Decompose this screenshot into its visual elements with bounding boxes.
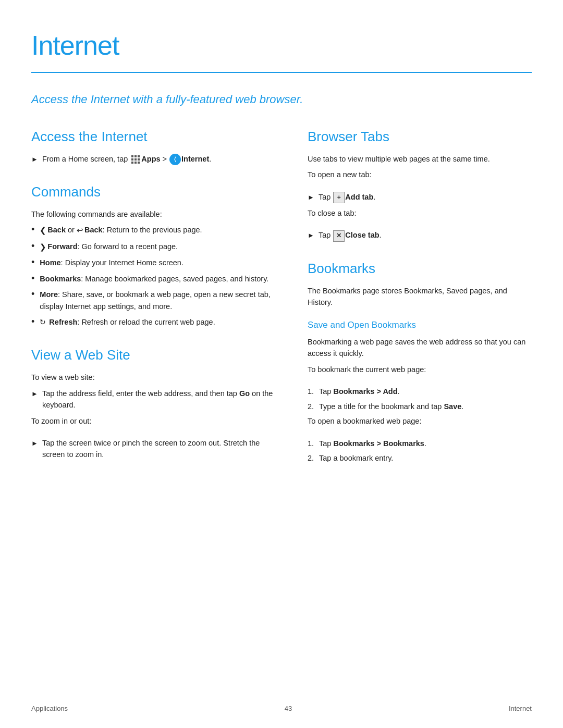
open-bookmark-step-1: 1. Tap Bookmarks > Bookmarks.	[308, 438, 532, 449]
command-more-text: More: Share, save, or bookmark a web pag…	[40, 289, 276, 312]
right-column: Browser Tabs Use tabs to view multiple w…	[308, 127, 532, 481]
step-num-2: 2.	[308, 401, 319, 412]
commands-section: Commands The following commands are avai…	[31, 182, 276, 328]
close-tab-icon: ✕	[333, 230, 345, 242]
command-refresh-text: ↻ Refresh: Refresh or reload the current…	[40, 316, 215, 328]
open-tab-instruction: ► Tap +Add tab.	[308, 191, 532, 203]
close-tab-instruction: ► Tap ✕Close tab.	[308, 229, 532, 241]
apps-icon	[131, 155, 140, 164]
to-zoom-label: To zoom in or out:	[31, 415, 276, 427]
command-more: • More: Share, save, or bookmark a web p…	[31, 289, 276, 312]
back-arrow-icon: ↩	[77, 225, 83, 236]
access-internet-section: Access the Internet ► From a Home screen…	[31, 127, 276, 165]
open-bookmark-label: To open a bookmarked web page:	[308, 415, 532, 427]
svg-rect-4	[134, 158, 137, 161]
step-num-1: 1.	[308, 386, 319, 397]
zoom-text: Tap the screen twice or pinch the screen…	[42, 437, 276, 461]
svg-rect-8	[138, 162, 140, 164]
arrow-icon-2: ►	[31, 389, 38, 399]
browser-tabs-section: Browser Tabs Use tabs to view multiple w…	[308, 127, 532, 242]
svg-rect-2	[138, 155, 140, 157]
svg-rect-1	[134, 155, 137, 157]
svg-rect-3	[131, 158, 133, 161]
save-open-intro: Bookmarking a web page saves the web add…	[308, 336, 532, 360]
page-title: Internet	[31, 25, 532, 66]
apps-label: Apps	[141, 155, 160, 163]
save-open-title: Save and Open Bookmarks	[308, 318, 532, 332]
footer-right: Internet	[509, 704, 532, 714]
command-bookmarks: • Bookmarks: Manage bookmarked pages, sa…	[31, 273, 276, 285]
forward-chevron-icon: ❯	[40, 241, 46, 253]
access-internet-title: Access the Internet	[31, 127, 276, 147]
bookmark-step-1-text: Tap Bookmarks > Add.	[319, 386, 400, 397]
arrow-icon-4: ►	[308, 192, 314, 203]
to-view-label: To view a web site:	[31, 372, 276, 383]
two-column-layout: Access the Internet ► From a Home screen…	[31, 127, 532, 481]
blue-divider	[31, 72, 532, 73]
commands-intro: The following commands are available:	[31, 208, 276, 220]
svg-rect-7	[134, 162, 137, 164]
bullet-icon-2: •	[31, 241, 34, 252]
page-footer: Applications 43 Internet	[0, 704, 563, 714]
bookmarks-section: Bookmarks The Bookmarks page stores Book…	[308, 258, 532, 464]
open-step-num-1: 1.	[308, 438, 319, 449]
bookmark-step-2: 2. Type a title for the bookmark and tap…	[308, 401, 532, 412]
view-web-text: Tap the address field, enter the web add…	[42, 388, 276, 411]
command-forward-text: ❯Forward: Go forward to a recent page.	[40, 241, 178, 253]
back-chevron-icon: ❮	[40, 225, 46, 236]
command-bookmarks-text: Bookmarks: Manage bookmarked pages, save…	[40, 273, 268, 285]
tagline: Access the Internet with a fully-feature…	[31, 92, 532, 108]
view-web-site-title: View a Web Site	[31, 345, 276, 365]
browser-tabs-intro: Use tabs to view multiple web pages at t…	[308, 153, 532, 165]
internet-globe-icon: 〈	[169, 154, 181, 165]
command-back: • ❮Back or ↩Back: Return to the previous…	[31, 224, 276, 236]
commands-title: Commands	[31, 182, 276, 202]
zoom-instruction: ► Tap the screen twice or pinch the scre…	[31, 437, 276, 461]
close-tab-text: Tap ✕Close tab.	[319, 229, 382, 241]
access-internet-text: From a Home screen, tap	[42, 153, 211, 165]
open-tab-text: Tap +Add tab.	[319, 191, 375, 203]
bullet-icon-6: •	[31, 316, 34, 328]
command-home: • Home: Display your Internet Home scree…	[31, 257, 276, 268]
open-bookmark-step-2: 2. Tap a bookmark entry.	[308, 452, 532, 464]
internet-label: Internet	[181, 155, 209, 163]
svg-rect-0	[131, 155, 133, 157]
open-bookmark-step-2-text: Tap a bookmark entry.	[319, 452, 393, 464]
bullet-icon-3: •	[31, 257, 34, 268]
access-internet-item: ► From a Home screen, tap	[31, 153, 276, 165]
bookmarks-title: Bookmarks	[308, 258, 532, 279]
page-container: Internet Access the Internet with a full…	[0, 0, 563, 523]
bookmark-step-2-text: Type a title for the bookmark and tap Sa…	[319, 401, 463, 412]
left-column: Access the Internet ► From a Home screen…	[31, 127, 276, 481]
svg-rect-5	[138, 158, 140, 161]
command-back-text: ❮Back or ↩Back: Return to the previous p…	[40, 224, 202, 236]
arrow-icon-3: ►	[31, 438, 38, 449]
open-step-num-2: 2.	[308, 452, 319, 464]
refresh-circle-icon: ↻	[40, 317, 46, 328]
arrow-icon-5: ►	[308, 230, 314, 241]
view-web-instruction: ► Tap the address field, enter the web a…	[31, 388, 276, 411]
command-refresh: • ↻ Refresh: Refresh or reload the curre…	[31, 316, 276, 328]
bullet-icon-4: •	[31, 273, 34, 285]
footer-center: 43	[285, 704, 292, 714]
arrow-icon: ►	[31, 154, 38, 165]
bookmark-step-1: 1. Tap Bookmarks > Add.	[308, 386, 532, 397]
bullet-icon-5: •	[31, 289, 34, 300]
add-tab-icon: +	[333, 192, 345, 203]
bookmark-label: To bookmark the current web page:	[308, 364, 532, 375]
view-web-site-section: View a Web Site To view a web site: ► Ta…	[31, 345, 276, 461]
footer-left: Applications	[31, 704, 68, 714]
open-tab-label: To open a new tab:	[308, 169, 532, 180]
browser-tabs-title: Browser Tabs	[308, 127, 532, 147]
bookmarks-intro: The Bookmarks page stores Bookmarks, Sav…	[308, 285, 532, 309]
svg-rect-6	[131, 162, 133, 164]
bullet-icon: •	[31, 224, 34, 236]
open-bookmark-step-1-text: Tap Bookmarks > Bookmarks.	[319, 438, 426, 449]
close-tab-label: To close a tab:	[308, 207, 532, 219]
command-forward: • ❯Forward: Go forward to a recent page.	[31, 241, 276, 253]
command-home-text: Home: Display your Internet Home screen.	[40, 257, 183, 268]
